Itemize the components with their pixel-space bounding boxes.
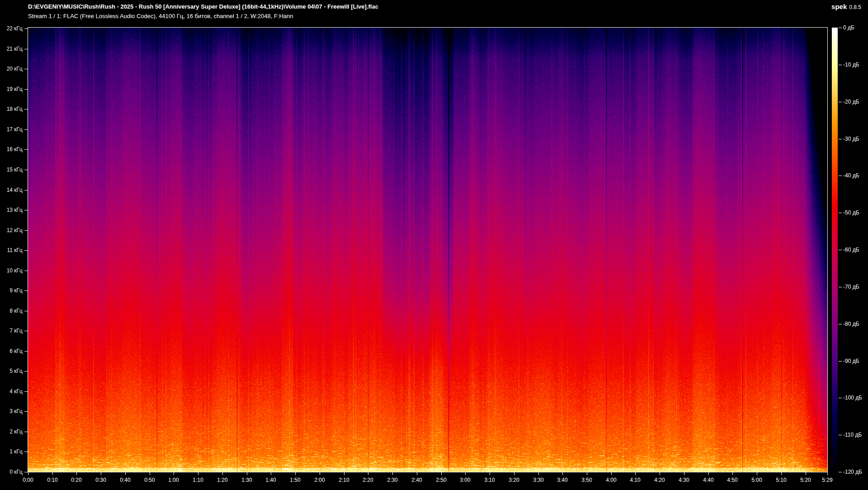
frequency-tick-label: 20 кГц [0, 66, 23, 72]
db-colorbar [832, 28, 838, 472]
time-tick-mark [587, 472, 587, 475]
db-tick-label: -120 дБ [843, 469, 862, 475]
db-tick-mark [839, 361, 842, 362]
frequency-tick-mark [24, 391, 28, 392]
time-tick-mark [562, 472, 563, 475]
db-tick-mark [839, 250, 842, 250]
time-tick-label: 5:29 [815, 477, 840, 483]
time-tick-mark [757, 472, 757, 475]
frequency-tick-mark [24, 170, 28, 170]
frequency-tick-label: 10 кГц [0, 267, 23, 274]
frequency-tick-label: 15 кГц [0, 167, 23, 173]
time-tick-mark [417, 472, 417, 475]
frequency-tick-mark [24, 230, 28, 231]
db-tick-label: -110 дБ [843, 432, 862, 438]
frequency-tick-label: 18 кГц [0, 106, 23, 112]
db-tick-label: -20 дБ [843, 99, 859, 105]
frequency-tick-mark [24, 331, 28, 331]
app-logo: spek0.8.5 [831, 3, 861, 11]
time-tick-mark [76, 472, 77, 475]
frequency-tick-mark [24, 109, 28, 109]
frequency-tick-mark [24, 432, 28, 432]
time-tick-label: 4:50 [720, 477, 745, 483]
db-tick-mark [839, 176, 842, 176]
spek-window: { "header": { "file_path": "D:\\EVGENIY\… [0, 0, 868, 490]
frequency-tick-mark [24, 129, 28, 130]
time-tick-mark [732, 472, 733, 475]
db-tick-label: -30 дБ [843, 136, 859, 142]
time-tick-label: 0:30 [88, 477, 113, 483]
stream-info: Stream 1 / 1: FLAC (Free Lossless Audio … [28, 13, 293, 19]
frequency-tick-label: 0 кГц [0, 469, 23, 475]
db-tick-label: -50 дБ [843, 209, 859, 216]
app-version: 0.8.5 [849, 4, 861, 10]
frequency-tick-mark [24, 250, 28, 251]
frequency-tick-label: 11 кГц [0, 247, 23, 253]
db-tick-label: -70 дБ [843, 284, 859, 290]
frequency-tick-mark [24, 190, 28, 190]
time-tick-label: 4:00 [599, 477, 624, 483]
time-tick-mark [271, 472, 271, 475]
frequency-tick-mark [24, 411, 28, 412]
frequency-tick-mark [24, 210, 28, 210]
time-tick-mark [101, 472, 101, 475]
db-tick-mark [839, 102, 842, 102]
frequency-tick-label: 13 кГц [0, 207, 23, 213]
time-tick-label: 3:40 [550, 477, 575, 483]
frequency-tick-mark [24, 452, 28, 452]
frequency-tick-label: 1 кГц [0, 448, 23, 455]
time-tick-label: 3:00 [453, 477, 478, 483]
time-tick-label: 1:20 [210, 477, 235, 483]
app-name: spek [831, 3, 847, 10]
db-tick-label: -40 дБ [843, 172, 859, 179]
time-tick-mark [708, 472, 709, 475]
time-tick-mark [247, 472, 247, 475]
time-tick-mark [441, 472, 442, 475]
time-tick-mark [174, 472, 174, 475]
time-tick-label: 0:20 [64, 477, 89, 483]
db-tick-label: -10 дБ [843, 62, 859, 68]
time-tick-mark [28, 472, 28, 475]
db-tick-label: -90 дБ [843, 358, 859, 364]
time-tick-label: 4:40 [696, 477, 721, 483]
frequency-tick-mark [24, 472, 28, 472]
frequency-tick-mark [24, 290, 28, 291]
db-tick-label: -100 дБ [843, 395, 862, 401]
frequency-tick-mark [24, 89, 28, 90]
time-tick-mark [320, 472, 320, 475]
time-tick-label: 3:30 [526, 477, 551, 483]
time-tick-label: 1:40 [258, 477, 283, 483]
time-tick-label: 1:10 [185, 477, 211, 483]
frequency-tick-label: 6 кГц [0, 348, 23, 354]
time-tick-mark [465, 472, 466, 475]
time-tick-mark [827, 472, 828, 475]
frequency-tick-mark [24, 29, 28, 29]
db-tick-label: -60 дБ [843, 247, 859, 253]
frequency-tick-mark [24, 371, 28, 371]
frequency-tick-mark [24, 351, 28, 352]
frequency-tick-label: 19 кГц [0, 86, 23, 92]
time-tick-mark [295, 472, 296, 475]
db-tick-mark [839, 472, 842, 472]
db-tick-mark [839, 324, 842, 324]
spectrogram-plot [28, 27, 828, 472]
time-tick-mark [514, 472, 514, 475]
time-tick-label: 2:00 [307, 477, 332, 483]
db-tick-label: -80 дБ [843, 321, 859, 327]
time-tick-label: 3:50 [574, 477, 599, 483]
db-tick-mark [839, 139, 842, 139]
time-tick-mark [198, 472, 198, 475]
db-tick-mark [839, 28, 842, 28]
time-tick-mark [781, 472, 782, 475]
db-tick-label: 0 дБ [843, 24, 854, 31]
frequency-tick-label: 17 кГц [0, 126, 23, 133]
frequency-tick-label: 2 кГц [0, 428, 23, 435]
time-tick-label: 1:30 [234, 477, 259, 483]
frequency-tick-mark [24, 149, 28, 150]
db-tick-mark [839, 435, 842, 435]
time-tick-label: 2:30 [380, 477, 405, 483]
db-tick-mark [839, 65, 842, 65]
time-tick-label: 1:50 [283, 477, 308, 483]
time-tick-mark [150, 472, 150, 475]
time-tick-label: 0:10 [40, 477, 65, 483]
